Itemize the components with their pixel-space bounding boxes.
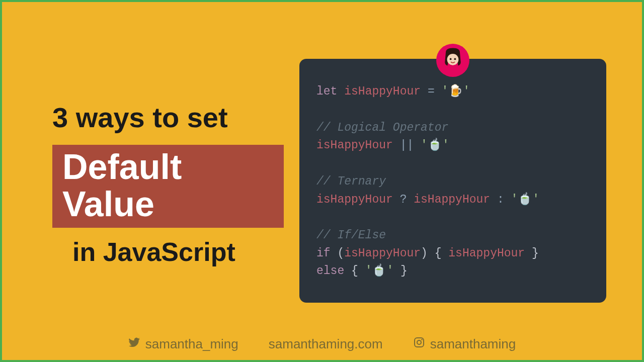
title-line-2: in JavaScript: [52, 238, 284, 266]
code-line-logical: isHappyHour || '🍵': [316, 137, 589, 155]
code-wrap: let isHappyHour = '🍺' // Logical Operato…: [284, 46, 622, 303]
website-text: samanthaming.com: [269, 336, 383, 352]
title-highlight: Default Value: [52, 145, 284, 228]
instagram-handle: samanthaming: [413, 336, 516, 352]
author-avatar-icon: [436, 44, 469, 77]
twitter-icon: [128, 336, 140, 352]
code-line-ternary: isHappyHour ? isHappyHour : '🍵': [316, 191, 589, 209]
website-link: samanthaming.com: [269, 336, 383, 352]
title-line-1: 3 ways to set: [52, 102, 284, 133]
svg-point-1: [447, 54, 459, 65]
code-line-if: if (isHappyHour) { isHappyHour }: [316, 245, 589, 263]
footer-handles: samantha_ming samanthaming.com samantham…: [2, 336, 642, 360]
code-line-else: else { '🍵' }: [316, 262, 589, 281]
svg-point-2: [450, 58, 452, 60]
slide-card: 3 ways to set Default Value in JavaScrip…: [2, 2, 642, 360]
twitter-handle: samantha_ming: [128, 336, 238, 352]
svg-point-5: [417, 340, 421, 344]
svg-point-3: [454, 58, 456, 60]
twitter-handle-text: samantha_ming: [145, 336, 238, 352]
code-block: let isHappyHour = '🍺' // Logical Operato…: [299, 59, 606, 303]
comment-logical: // Logical Operator: [316, 119, 589, 137]
instagram-handle-text: samanthaming: [430, 336, 516, 352]
main-row: 3 ways to set Default Value in JavaScrip…: [2, 2, 642, 336]
comment-ternary: // Ternary: [316, 173, 589, 191]
title-block: 3 ways to set Default Value in JavaScrip…: [22, 82, 284, 267]
instagram-icon: [413, 336, 425, 352]
comment-ifelse: // If/Else: [316, 227, 589, 245]
code-line-declaration: let isHappyHour = '🍺': [316, 83, 589, 101]
svg-point-6: [421, 339, 423, 340]
